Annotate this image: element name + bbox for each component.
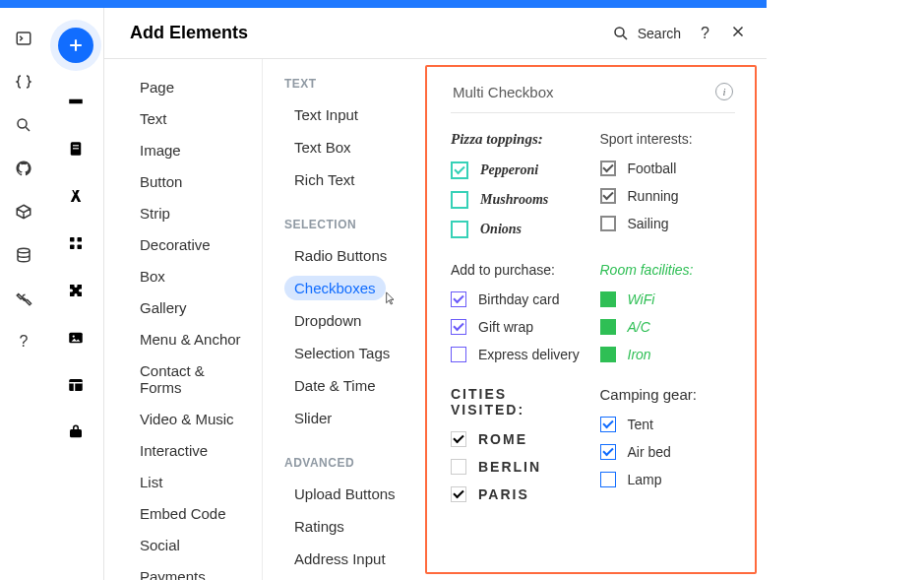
checkbox-box[interactable] xyxy=(451,291,466,307)
checkbox-option[interactable]: Birthday card xyxy=(451,291,586,307)
checkbox-box[interactable] xyxy=(451,221,468,238)
checkbox-box[interactable] xyxy=(451,347,466,362)
checkbox-option[interactable]: Air bed xyxy=(600,444,736,460)
category-interactive[interactable]: Interactive xyxy=(130,440,217,461)
checkbox-group-heading: Camping gear: xyxy=(600,386,736,403)
checkbox-box[interactable] xyxy=(451,319,466,335)
subcategory-dropdown[interactable]: Dropdown xyxy=(284,308,371,333)
puzzle-icon[interactable] xyxy=(67,282,85,299)
category-payments[interactable]: Payments xyxy=(130,566,216,580)
checkbox-label: WiFi xyxy=(628,291,655,307)
subcategory-text_input[interactable]: Text Input xyxy=(284,102,368,127)
category-image[interactable]: Image xyxy=(130,140,191,161)
subcategory-address_input[interactable]: Address Input xyxy=(284,547,396,571)
checkbox-group-pizza[interactable]: Pizza toppings:PepperoniMushroomsOnions xyxy=(451,131,586,238)
search-button[interactable]: Search xyxy=(612,25,681,42)
category-list: PageTextImageButtonStripDecorativeBoxGal… xyxy=(104,59,262,580)
category-embed_code[interactable]: Embed Code xyxy=(130,503,236,524)
subcategory-ratings[interactable]: Ratings xyxy=(284,514,354,539)
checkbox-option[interactable]: Rome xyxy=(451,431,586,447)
checkbox-group-room[interactable]: Room facilities:WiFiA/CIron xyxy=(600,262,736,362)
checkbox-option[interactable]: Tent xyxy=(600,417,736,432)
checkbox-label: Gift wrap xyxy=(478,319,533,335)
checkbox-option[interactable]: Onions xyxy=(451,221,586,238)
checkbox-group-camp[interactable]: Camping gear:TentAir bedLamp xyxy=(600,386,736,502)
checkbox-box[interactable] xyxy=(600,417,616,432)
checkbox-box[interactable] xyxy=(600,291,616,307)
design-icon[interactable] xyxy=(67,187,85,205)
checkbox-group-purchase[interactable]: Add to purchase:Birthday cardGift wrapEx… xyxy=(451,262,586,362)
database-icon[interactable] xyxy=(15,246,32,264)
category-decorative[interactable]: Decorative xyxy=(130,234,220,255)
checkbox-label: Football xyxy=(628,161,677,176)
checkbox-option[interactable]: Express delivery xyxy=(451,347,586,362)
checkbox-option[interactable]: Lamp xyxy=(600,472,736,487)
category-strip[interactable]: Strip xyxy=(130,203,180,224)
terminal-icon[interactable] xyxy=(15,30,32,47)
checkbox-option[interactable]: Gift wrap xyxy=(451,319,586,335)
subcategory-date_time[interactable]: Date & Time xyxy=(284,373,386,398)
info-icon[interactable]: i xyxy=(715,83,733,100)
checkbox-box[interactable] xyxy=(600,444,616,460)
subcategory-text_box[interactable]: Text Box xyxy=(284,135,361,160)
checkbox-box[interactable] xyxy=(600,188,616,204)
category-contact_forms[interactable]: Contact & Forms xyxy=(130,360,254,398)
section-icon[interactable] xyxy=(67,93,85,110)
checkbox-box[interactable] xyxy=(600,472,616,487)
category-video_music[interactable]: Video & Music xyxy=(130,409,244,429)
checkbox-option[interactable]: Running xyxy=(600,188,736,204)
category-text[interactable]: Text xyxy=(130,108,177,129)
checkbox-box[interactable] xyxy=(451,459,466,475)
add-button[interactable] xyxy=(58,28,93,63)
checkbox-box[interactable] xyxy=(600,347,616,362)
checkbox-option[interactable]: Mushrooms xyxy=(451,191,586,209)
checkbox-box[interactable] xyxy=(600,216,616,231)
wrench-icon[interactable] xyxy=(15,290,32,307)
checkbox-box[interactable] xyxy=(451,486,466,502)
checkbox-option[interactable]: A/C xyxy=(600,319,736,335)
braces-icon[interactable] xyxy=(15,73,32,91)
checkbox-group-sports[interactable]: Sport interests:FootballRunningSailing xyxy=(600,131,736,238)
checkbox-option[interactable]: Pepperoni xyxy=(451,161,586,179)
checkbox-group-heading: Add to purchase: xyxy=(451,262,586,278)
media-icon[interactable] xyxy=(67,329,85,347)
category-list[interactable]: List xyxy=(130,472,172,492)
close-icon[interactable] xyxy=(729,23,747,43)
checkbox-option[interactable]: Iron xyxy=(600,347,736,362)
checkbox-label: Running xyxy=(628,188,679,204)
subcategory-upload_buttons[interactable]: Upload Buttons xyxy=(284,482,405,506)
checkbox-option[interactable]: Berlin xyxy=(451,459,586,475)
checkbox-box[interactable] xyxy=(451,161,468,179)
search-icon[interactable] xyxy=(15,116,32,134)
category-gallery[interactable]: Gallery xyxy=(130,297,197,318)
business-icon[interactable] xyxy=(67,423,85,441)
help-icon[interactable]: ? xyxy=(701,25,709,42)
page-icon[interactable] xyxy=(67,140,85,158)
category-box[interactable]: Box xyxy=(130,266,175,287)
help-icon[interactable]: ? xyxy=(15,333,32,351)
checkbox-group-cities[interactable]: Cities visited:RomeBerlinParis xyxy=(451,386,586,502)
checkbox-option[interactable]: Paris xyxy=(451,486,586,502)
layout-icon[interactable] xyxy=(67,376,85,394)
subcategory-selection_tags[interactable]: Selection Tags xyxy=(284,341,400,365)
svg-point-1 xyxy=(18,119,27,128)
subcategory-slider[interactable]: Slider xyxy=(284,406,341,430)
checkbox-box[interactable] xyxy=(600,319,616,335)
checkbox-option[interactable]: Football xyxy=(600,161,736,176)
subcategory-rich_text[interactable]: Rich Text xyxy=(284,167,364,192)
category-social[interactable]: Social xyxy=(130,535,190,555)
checkbox-label: Rome xyxy=(478,431,527,447)
checkbox-box[interactable] xyxy=(600,161,616,176)
category-page[interactable]: Page xyxy=(130,77,184,97)
category-menu_anchor[interactable]: Menu & Anchor xyxy=(130,329,251,350)
subcategory-checkboxes[interactable]: Checkboxes xyxy=(284,276,386,300)
package-icon[interactable] xyxy=(15,203,32,221)
subcategory-radio[interactable]: Radio Buttons xyxy=(284,243,397,268)
checkbox-box[interactable] xyxy=(451,431,466,447)
apps-icon[interactable] xyxy=(67,234,85,252)
checkbox-option[interactable]: Sailing xyxy=(600,216,736,231)
category-button[interactable]: Button xyxy=(130,171,192,192)
github-icon[interactable] xyxy=(15,160,32,177)
checkbox-box[interactable] xyxy=(451,191,468,209)
checkbox-option[interactable]: WiFi xyxy=(600,291,736,307)
